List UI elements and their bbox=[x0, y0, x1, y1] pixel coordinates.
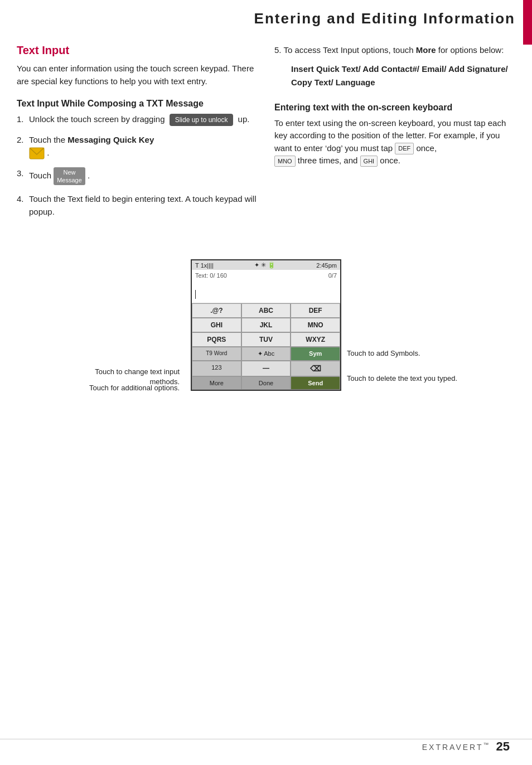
key-123[interactable]: 123 bbox=[192, 361, 241, 376]
status-left: T 1x|||| bbox=[195, 262, 214, 269]
annotation-right-1: Touch to add Symbols. bbox=[347, 348, 475, 359]
annotation-left-2: Touch for additional options. bbox=[79, 383, 180, 393]
intro-paragraph: You can enter information using the touc… bbox=[17, 62, 258, 88]
onscreen-section-title: Entering text with the on-screen keyboar… bbox=[274, 103, 515, 113]
onscreen-intro: To enter text using the on-screen keyboa… bbox=[274, 117, 515, 167]
status-time: 2:45pm bbox=[316, 262, 337, 269]
page-number: 25 bbox=[496, 739, 510, 754]
key-row-1: .@? ABC DEF bbox=[192, 303, 340, 318]
key-row-4: T9 Word ✦ Abc Sym bbox=[192, 347, 340, 361]
page-footer: Extravert™ 25 bbox=[0, 739, 532, 754]
step-2: 2. Touch the Messaging Quick Key . bbox=[17, 134, 258, 159]
phone-screen: T 1x|||| ✦ ✳ 🔋 2:45pm Text: 0/ 160 0/7 bbox=[191, 259, 341, 391]
footer-brand: Extravert™ bbox=[422, 742, 491, 752]
main-content: Text Input You can enter information usi… bbox=[0, 33, 532, 237]
signal-bars: 1x|||| bbox=[201, 262, 214, 269]
right-column: 5. To access Text Input options, touch M… bbox=[274, 44, 515, 226]
key-wxyz[interactable]: WXYZ bbox=[291, 332, 340, 347]
step-1-num: 1. bbox=[17, 113, 29, 126]
step-4: 4. Touch the Text field to begin enterin… bbox=[17, 193, 258, 218]
header-accent-bar bbox=[523, 0, 532, 45]
key-ghi-kb[interactable]: GHI bbox=[192, 318, 241, 332]
key-send[interactable]: Send bbox=[291, 376, 340, 390]
signal-icon: T bbox=[195, 262, 199, 269]
slide-unlock-badge: Slide up to unlock bbox=[170, 114, 234, 126]
key-abc-shift[interactable]: ✦ Abc bbox=[241, 347, 291, 361]
page-header: Entering and Editing Information bbox=[0, 0, 532, 33]
page-title: Entering and Editing Information bbox=[254, 10, 515, 27]
section-title-text-input: Text Input bbox=[17, 44, 258, 57]
text-cursor-line bbox=[195, 290, 337, 301]
step-3: 3. Touch NewMessage . bbox=[17, 167, 258, 186]
key-space[interactable]: — bbox=[241, 361, 291, 376]
key-mno: MNO bbox=[274, 156, 296, 167]
new-message-button[interactable]: NewMessage bbox=[54, 167, 85, 186]
key-ghi: GHI bbox=[360, 156, 378, 167]
key-pqrs[interactable]: PQRS bbox=[192, 332, 241, 347]
text-count-right: 0/7 bbox=[328, 272, 337, 279]
step-4-num: 4. bbox=[17, 193, 29, 206]
key-done[interactable]: Done bbox=[241, 376, 291, 390]
key-row-2: GHI JKL MNO bbox=[192, 318, 340, 332]
phone-status-bar: T 1x|||| ✦ ✳ 🔋 2:45pm bbox=[192, 260, 340, 270]
step-1: 1. Unlock the touch screen by dragging S… bbox=[17, 113, 258, 126]
step-3-content: Touch NewMessage . bbox=[29, 167, 258, 186]
key-row-3: PQRS TUV WXYZ bbox=[192, 332, 340, 347]
key-delete[interactable]: ⌫ bbox=[291, 361, 340, 376]
trademark-symbol: ™ bbox=[483, 742, 491, 748]
step-2-num: 2. bbox=[17, 134, 29, 147]
messaging-quick-key-label: Messaging Quick Key bbox=[67, 135, 154, 144]
step-5-text: 5. To access Text Input options, touch M… bbox=[274, 44, 515, 57]
key-at[interactable]: .@? bbox=[192, 303, 241, 318]
key-def-kb[interactable]: DEF bbox=[291, 303, 340, 318]
text-count-left: Text: 0/ 160 bbox=[195, 272, 227, 279]
step-2-content: Touch the Messaging Quick Key . bbox=[29, 134, 258, 159]
subsection-title-composing: Text Input While Composing a TXT Message bbox=[17, 99, 258, 109]
phone-text-area[interactable]: Text: 0/ 160 0/7 bbox=[192, 270, 340, 303]
left-column: Text Input You can enter information usi… bbox=[17, 44, 258, 226]
key-def: DEF bbox=[395, 143, 414, 154]
text-counter-row: Text: 0/ 160 0/7 bbox=[195, 272, 337, 279]
key-jkl[interactable]: JKL bbox=[241, 318, 291, 332]
key-mno-kb[interactable]: MNO bbox=[291, 318, 340, 332]
messaging-icon bbox=[29, 147, 45, 159]
status-center-icons: ✦ ✳ 🔋 bbox=[254, 262, 275, 269]
key-sym[interactable]: Sym bbox=[291, 347, 340, 361]
more-label: More bbox=[416, 45, 436, 55]
key-abc[interactable]: ABC bbox=[241, 303, 291, 318]
onscreen-keyboard-section: Entering text with the on-screen keyboar… bbox=[274, 103, 515, 167]
options-list: Insert Quick Text/ Add Contact#/ Email/ … bbox=[291, 62, 515, 89]
step-1-content: Unlock the touch screen by dragging Slid… bbox=[29, 113, 258, 126]
key-more[interactable]: More bbox=[192, 376, 241, 390]
key-row-5: 123 — ⌫ bbox=[192, 361, 340, 376]
step-3-num: 3. bbox=[17, 167, 29, 180]
phone-diagram-inner: Touch to change text input methods. Touc… bbox=[191, 259, 341, 391]
steps-list: 1. Unlock the touch screen by dragging S… bbox=[17, 113, 258, 218]
annotation-right-2: Touch to delete the text you typed. bbox=[347, 374, 475, 384]
step-4-content: Touch the Text field to begin entering t… bbox=[29, 193, 258, 218]
phone-keyboard: .@? ABC DEF GHI JKL MNO PQRS TUV WXYZ bbox=[192, 303, 340, 390]
key-tuv[interactable]: TUV bbox=[241, 332, 291, 347]
key-row-6: More Done Send bbox=[192, 376, 340, 390]
key-t9word[interactable]: T9 Word bbox=[192, 347, 241, 361]
phone-diagram-wrapper: Touch to change text input methods. Touc… bbox=[71, 259, 461, 391]
cursor-indicator bbox=[195, 290, 196, 299]
